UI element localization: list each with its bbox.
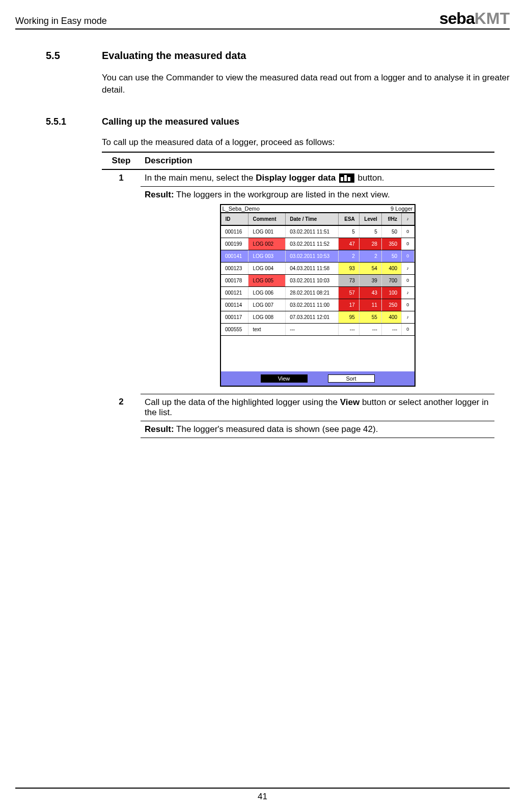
header-description: Description (141, 152, 494, 169)
table-header-row: Step Description (102, 152, 494, 169)
page-header: Working in Easy mode sebaKMT (15, 10, 510, 30)
step-result: Result: The loggers in the workgroup are… (141, 186, 494, 394)
step-description: In the main menu, select the Display log… (141, 169, 494, 187)
step-result: Result: The logger's measured data is sh… (141, 421, 494, 438)
device-table-row[interactable]: 000141LOG 00303.02.2011 10:5322500 (221, 250, 414, 262)
device-table-row[interactable]: 000199LOG 00203.02.2011 11:5247283500 (221, 238, 414, 250)
step-number: 2 (102, 394, 141, 438)
procedure-table: Step Description 1 In the main menu, sel… (102, 152, 494, 438)
sort-button[interactable]: Sort (328, 374, 375, 383)
device-table-row[interactable]: 000555text------------0 (221, 323, 414, 335)
section-heading: 5.5 Evaluating the measured data (15, 50, 510, 62)
header-title: Working in Easy mode (15, 16, 107, 26)
device-table-header: ID Comment Date / Time ESA Level f/Hz ♪ (221, 213, 414, 225)
device-count: 9 Logger (391, 206, 412, 212)
logo-sub: KMT (475, 9, 510, 27)
table-row: 2 Call up the data of the highlighted lo… (102, 394, 494, 421)
section-title: Evaluating the measured data (102, 50, 246, 62)
subsection-intro: To call up the measured data of a logger… (102, 137, 510, 148)
device-blank-area (221, 336, 415, 371)
device-screenshot: L_Seba_Demo 9 Logger ID Comment Date / T… (220, 204, 416, 387)
device-table: ID Comment Date / Time ESA Level f/Hz ♪ … (221, 212, 415, 336)
table-row: Result: The loggers in the workgroup are… (102, 186, 494, 394)
device-table-row[interactable]: 000116LOG 00103.02.2011 11:5155500 (221, 225, 414, 238)
bar-chart-icon (339, 173, 354, 183)
table-row: 1 In the main menu, select the Display l… (102, 169, 494, 187)
logo-main: seba (439, 9, 475, 27)
logo: sebaKMT (439, 10, 510, 26)
device-footer: View Sort (221, 371, 415, 386)
header-step: Step (102, 152, 141, 169)
device-table-row[interactable]: 000114LOG 00703.02.2011 11:0017112500 (221, 299, 414, 311)
subsection-number: 5.5.1 (15, 117, 102, 127)
step-number: 1 (102, 169, 141, 394)
device-header: L_Seba_Demo 9 Logger (221, 205, 415, 212)
device-table-row[interactable]: 000121LOG 00628.02.2011 08:215743100♪ (221, 286, 414, 299)
step-description: Call up the data of the highlighted logg… (141, 394, 494, 421)
section-body: You can use the Commander to view the me… (102, 72, 510, 96)
device-table-row[interactable]: 000178LOG 00503.02.2011 10:0373397000 (221, 274, 414, 286)
table-row: Result: The logger's measured data is sh… (102, 421, 494, 438)
view-button[interactable]: View (261, 374, 308, 383)
device-table-row[interactable]: 000117LOG 00807.03.2011 12:019555400♪ (221, 311, 414, 323)
subsection-title: Calling up the measured values (102, 117, 239, 127)
device-title: L_Seba_Demo (223, 206, 260, 212)
subsection-heading: 5.5.1 Calling up the measured values (15, 117, 510, 127)
device-table-row[interactable]: 000123LOG 00404.03.2011 11:589354400♪ (221, 262, 414, 274)
section-number: 5.5 (15, 50, 102, 62)
